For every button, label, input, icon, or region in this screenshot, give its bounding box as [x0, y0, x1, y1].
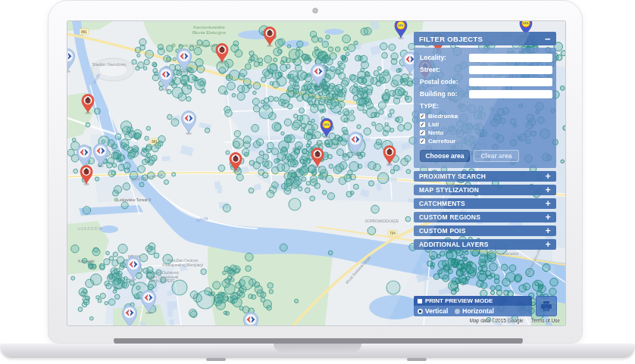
expand-icon[interactable]: +	[546, 240, 551, 249]
type-row-biedronka: ✓Biedronka	[420, 112, 552, 120]
type-label-biedronka: Biedronka	[428, 113, 458, 120]
type-checkbox-lidl[interactable]: ✓	[420, 122, 425, 127]
svg-text:Stadion Narodowy: Stadion Narodowy	[92, 62, 127, 67]
svg-text:UJAZDÓW: UJAZDÓW	[77, 226, 103, 231]
print-preview-checkbox[interactable]	[418, 299, 422, 303]
building-no-row: Building no:	[420, 89, 552, 98]
svg-text:KamionkowskieBłonia Elekcyjne: KamionkowskieBłonia Elekcyjne	[192, 25, 227, 35]
postal-code-input[interactable]	[469, 78, 552, 86]
filter-panel: FILTER OBJECTS − Locality:Street:Postal …	[414, 32, 556, 250]
expand-icon[interactable]: +	[546, 185, 551, 194]
svg-text:LIDL: LIDL	[398, 24, 404, 27]
postal-code-label: Postal code:	[420, 78, 469, 86]
radio-vertical[interactable]	[418, 309, 423, 314]
carrefour-pin[interactable]	[243, 313, 258, 325]
expand-icon[interactable]: +	[546, 172, 551, 181]
type-label: TYPE:	[420, 102, 552, 110]
svg-text:LIDL: LIDL	[523, 22, 529, 25]
svg-text:724: 724	[389, 232, 396, 235]
type-row-lidl: ✓Lidl	[420, 120, 552, 128]
screen: 801801724KamionkowskieBłonia ElekcyjnePa…	[67, 20, 566, 326]
section-map-stylization[interactable]: MAP STYLIZATION+	[414, 185, 556, 195]
street-label: Street:	[420, 66, 469, 73]
street-input[interactable]	[469, 66, 552, 74]
section-additional-layers[interactable]: ADDITIONAL LAYERS+	[414, 239, 556, 250]
svg-text:LIDL: LIDL	[324, 123, 330, 126]
radio-label: Horizontal	[462, 307, 494, 315]
type-row-carrefour: ✓Carrefour	[420, 137, 552, 145]
webcam	[313, 8, 318, 14]
radio-label: Vertical	[425, 307, 448, 315]
expand-icon[interactable]: +	[546, 199, 551, 208]
section-label: MAP STYLIZATION	[419, 186, 479, 194]
section-label: CATCHMENTS	[419, 200, 465, 207]
svg-text:Lodowisko Torwar II: Lodowisko Torwar II	[117, 198, 151, 202]
locality-row: Locality:	[420, 53, 552, 62]
print-preview-panel: PRINT PREVIEW MODE VerticalHorizontal	[414, 296, 532, 316]
type-checkbox-biedronka[interactable]: ✓	[420, 114, 425, 119]
laptop-foot	[206, 358, 226, 361]
radio-horizontal[interactable]	[455, 309, 460, 314]
section-custom-pois[interactable]: CUSTOM POIS+	[414, 226, 556, 236]
svg-text:DOPROWADZAJĄCE: DOPROWADZAJĄCE	[365, 219, 399, 223]
section-catchments[interactable]: CATCHMENTS+	[414, 198, 556, 209]
section-label: CUSTOM REGIONS	[419, 213, 480, 221]
collapse-icon[interactable]: −	[545, 34, 551, 44]
building-no-label: Building no:	[420, 90, 469, 98]
building-no-input[interactable]	[469, 90, 552, 98]
type-label-netto: Netto	[428, 129, 443, 136]
type-label-carrefour: Carrefour	[428, 138, 455, 145]
type-checkbox-carrefour[interactable]: ✓	[420, 138, 425, 144]
map-attribution-bar: Map data ©2015 Google Terms of Use	[470, 318, 560, 323]
section-label: CUSTOM POIS	[419, 227, 466, 235]
street-row: Street:	[420, 65, 552, 74]
orientation-vertical: Vertical	[418, 307, 448, 315]
laptop-base-notch	[274, 344, 361, 353]
map-attribution: Map data ©2015 Google	[470, 318, 524, 323]
expand-icon[interactable]: +	[546, 226, 551, 235]
filter-objects-title: FILTER OBJECTS	[419, 35, 483, 43]
locality-label: Locality:	[420, 54, 469, 61]
locality-input[interactable]	[469, 54, 552, 62]
type-row-netto: ✓Netto	[420, 129, 552, 136]
svg-text:801: 801	[81, 30, 87, 34]
laptop-mockup: 801801724KamionkowskieBłonia ElekcyjnePa…	[0, 0, 635, 364]
choose-area-button[interactable]: Choose area	[420, 150, 470, 162]
section-proximity-search[interactable]: PROXIMITY SEARCH+	[414, 171, 556, 182]
print-preview-title: PRINT PREVIEW MODE	[425, 297, 493, 304]
postal-code-row: Postal code:	[420, 77, 552, 86]
printer-icon	[540, 301, 552, 312]
clear-area-button[interactable]: Clear area	[474, 150, 519, 162]
type-checkbox-netto[interactable]: ✓	[420, 130, 425, 135]
filter-objects-header[interactable]: FILTER OBJECTS −	[414, 32, 556, 45]
orientation-horizontal: Horizontal	[455, 307, 494, 315]
section-custom-regions[interactable]: CUSTOM REGIONS+	[414, 212, 556, 222]
section-label: PROXIMITY SEARCH	[419, 173, 486, 180]
expand-icon[interactable]: +	[546, 213, 551, 222]
filter-form: Locality:Street:Postal code:Building no:…	[414, 48, 556, 168]
laptop-lid: 801801724KamionkowskieBłonia ElekcyjnePa…	[48, 0, 583, 344]
type-label-lidl: Lidl	[428, 121, 439, 128]
print-button[interactable]	[536, 296, 557, 316]
terms-of-use-link[interactable]: Terms of Use	[531, 318, 560, 323]
section-label: ADDITIONAL LAYERS	[419, 241, 489, 248]
laptop-foot	[407, 358, 427, 361]
